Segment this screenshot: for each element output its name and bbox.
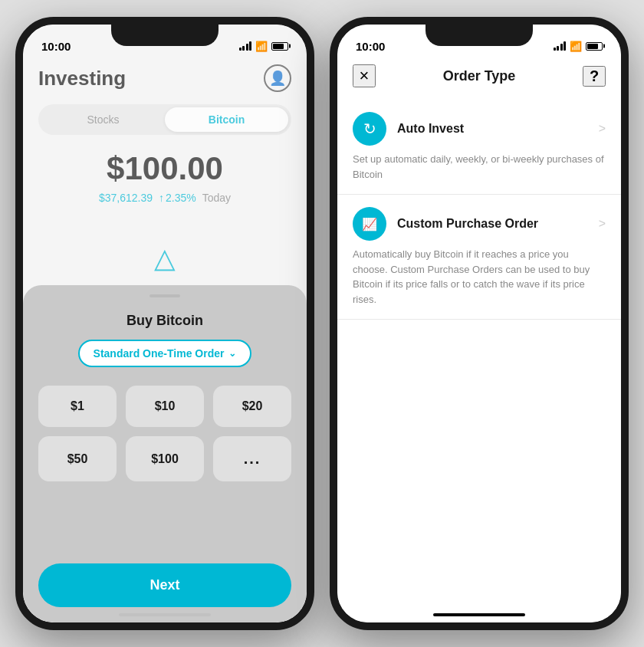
sheet-title: Buy Bitcoin (127, 313, 203, 329)
user-avatar-icon[interactable]: 👤 (264, 64, 291, 92)
help-button[interactable]: ? (583, 66, 606, 87)
signal-icon (239, 41, 252, 51)
custom-purchase-desc: Automatically buy Bitcoin if it reaches … (353, 247, 606, 307)
custom-purchase-icon: 📈 (353, 207, 386, 241)
investing-header: Investing 👤 (38, 58, 291, 104)
wifi-icon-right: 📶 (570, 41, 582, 52)
amount-btn-more[interactable]: ... (213, 436, 291, 481)
arrow-up-icon: ↑ (159, 192, 164, 204)
auto-invest-icon: ↻ (353, 112, 386, 146)
left-phone: 10:00 📶 Investing 👤 Sto (15, 17, 314, 630)
chart-area: △ (38, 213, 291, 274)
investing-background: Investing 👤 Stocks Bitcoin $100.00 $37,6… (23, 58, 307, 274)
battery-icon-right (586, 42, 603, 51)
custom-purchase-row: 📈 Custom Purchase Order > (353, 207, 606, 241)
amount-grid: $1 $10 $20 $50 $100 ... (38, 386, 291, 481)
buy-bottom-sheet: Buy Bitcoin Standard One-Time Order ⌄ $1… (23, 285, 307, 622)
custom-purchase-left: 📈 Custom Purchase Order (353, 207, 538, 241)
order-type-label: Standard One-Time Order (94, 347, 225, 360)
battery-icon (271, 42, 288, 51)
custom-purchase-name: Custom Purchase Order (397, 217, 538, 231)
btc-price-main: $100.00 (38, 150, 291, 187)
signal-icon-right (554, 41, 567, 51)
tab-stocks[interactable]: Stocks (41, 107, 165, 132)
amount-btn-20[interactable]: $20 (213, 386, 291, 427)
right-phone: 10:00 📶 × Order Type ? (330, 17, 629, 630)
custom-purchase-option[interactable]: 📈 Custom Purchase Order > Automatically … (337, 195, 621, 320)
btc-balance: $100.00 (38, 150, 291, 187)
tab-bitcoin[interactable]: Bitcoin (165, 107, 288, 132)
btc-change-pct: 2.35% (166, 192, 196, 204)
status-icons-left: 📶 (239, 41, 289, 52)
status-bar-right: 10:00 📶 (337, 25, 621, 58)
auto-invest-option[interactable]: ↻ Auto Invest > Set up automatic daily, … (337, 100, 621, 195)
btc-chart-icon: △ (154, 242, 176, 274)
order-type-header: × Order Type ? (337, 58, 621, 100)
wifi-icon: 📶 (255, 41, 268, 52)
status-time-left: 10:00 (41, 40, 71, 53)
amount-btn-50[interactable]: $50 (38, 436, 117, 481)
btc-change: ↑ 2.35% (159, 192, 196, 204)
next-button[interactable]: Next (38, 563, 291, 607)
today-label: Today (202, 192, 231, 204)
btc-sub-info: $37,612.39 ↑ 2.35% Today (38, 192, 291, 204)
investing-title: Investing (38, 67, 126, 90)
status-bar-left: 10:00 📶 (23, 25, 307, 58)
sheet-handle (150, 294, 180, 297)
auto-invest-chevron: > (599, 122, 606, 136)
amount-btn-100[interactable]: $100 (126, 436, 204, 481)
custom-purchase-chevron: > (599, 217, 606, 231)
amount-btn-1[interactable]: $1 (38, 386, 117, 427)
tab-bar: Stocks Bitcoin (38, 104, 291, 135)
auto-invest-desc: Set up automatic daily, weekly, or bi-we… (353, 152, 606, 182)
status-icons-right: 📶 (554, 41, 603, 52)
auto-invest-name: Auto Invest (397, 122, 464, 136)
order-type-dropdown[interactable]: Standard One-Time Order ⌄ (78, 340, 252, 367)
amount-btn-10[interactable]: $10 (126, 386, 204, 427)
btc-price: $37,612.39 (99, 192, 153, 204)
auto-invest-row: ↻ Auto Invest > (353, 112, 606, 146)
close-button[interactable]: × (353, 64, 376, 87)
chevron-down-icon: ⌄ (228, 348, 236, 359)
auto-invest-left: ↻ Auto Invest (353, 112, 464, 146)
status-time-right: 10:00 (356, 40, 385, 53)
home-indicator-right (433, 613, 525, 616)
order-type-title: Order Type (443, 68, 516, 84)
